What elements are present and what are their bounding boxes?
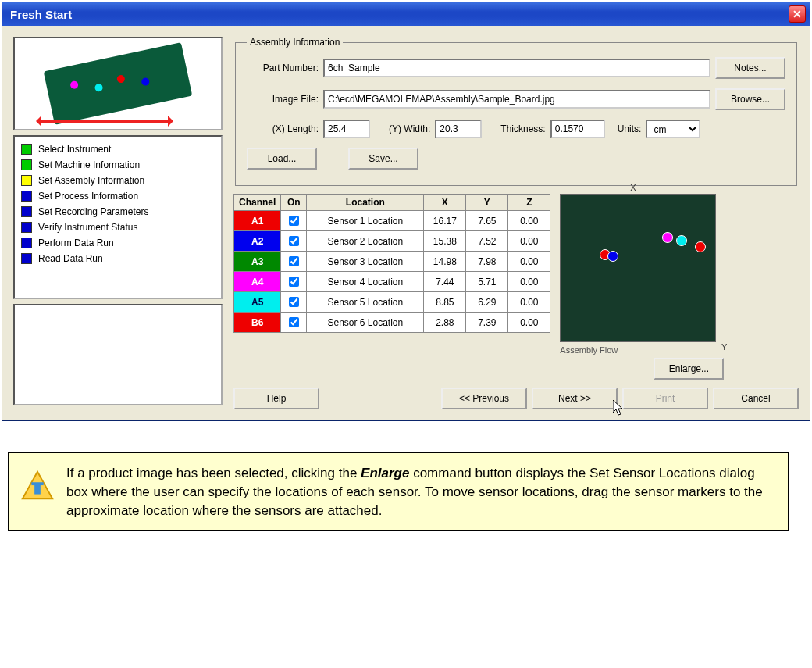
on-cell[interactable] <box>281 313 307 333</box>
enlarge-button[interactable]: Enlarge... <box>654 358 724 380</box>
x-length-input[interactable] <box>323 120 370 138</box>
step-status-icon <box>21 222 32 233</box>
marker-a5[interactable] <box>676 235 687 246</box>
x-cell[interactable]: 14.98 <box>424 252 466 272</box>
x-cell[interactable]: 15.38 <box>424 231 466 252</box>
next-button[interactable]: Next >> <box>532 388 618 409</box>
on-cell[interactable] <box>281 211 307 231</box>
y-width-input[interactable] <box>435 120 482 138</box>
step-status-icon <box>21 253 32 264</box>
location-cell[interactable]: Sensor 3 Location <box>307 252 424 272</box>
on-checkbox[interactable] <box>289 216 299 226</box>
help-button[interactable]: Help <box>233 388 319 409</box>
table-row[interactable]: A3 Sensor 3 Location 14.98 7.98 0.00 <box>234 252 550 272</box>
on-cell[interactable] <box>281 272 307 292</box>
step-item[interactable]: Read Data Run <box>20 251 216 266</box>
on-checkbox[interactable] <box>289 236 299 246</box>
thickness-label: Thickness: <box>500 123 545 134</box>
units-label: Units: <box>618 123 642 134</box>
z-cell[interactable]: 0.00 <box>508 231 550 252</box>
step-status-icon <box>21 238 32 248</box>
step-status-icon <box>21 159 32 170</box>
step-item[interactable]: Set Machine Information <box>20 157 216 173</box>
step-item[interactable]: Set Recording Parameters <box>20 204 216 220</box>
on-checkbox[interactable] <box>289 317 299 327</box>
table-row[interactable]: A5 Sensor 5 Location 8.85 6.29 0.00 <box>234 292 550 313</box>
thickness-input[interactable] <box>550 120 605 138</box>
y-axis-label: Y <box>721 342 727 352</box>
z-cell[interactable]: 0.00 <box>508 272 550 292</box>
part-number-input[interactable] <box>323 59 710 77</box>
footer-buttons: Help << Previous Next >> Print Cancel <box>233 388 799 409</box>
x-axis-label: X <box>630 183 636 192</box>
y-cell[interactable]: 7.39 <box>466 313 508 333</box>
on-checkbox[interactable] <box>289 297 299 307</box>
step-item[interactable]: Verify Instrument Status <box>20 220 216 235</box>
location-cell[interactable]: Sensor 1 Location <box>307 211 424 231</box>
th-y: Y <box>466 195 508 211</box>
location-cell[interactable]: Sensor 4 Location <box>307 272 424 292</box>
y-cell[interactable]: 7.52 <box>466 231 508 252</box>
notes-preview-area <box>13 304 223 405</box>
x-cell[interactable]: 2.88 <box>424 313 466 333</box>
z-cell[interactable]: 0.00 <box>508 252 550 272</box>
step-status-icon <box>21 206 32 217</box>
on-cell[interactable] <box>281 252 307 272</box>
th-on: On <box>281 195 307 211</box>
step-label: Set Machine Information <box>38 159 140 170</box>
step-item[interactable]: Set Assembly Information <box>20 173 216 188</box>
save-button[interactable]: Save... <box>348 148 418 170</box>
marker-b6[interactable] <box>695 241 706 252</box>
load-button[interactable]: Load... <box>247 148 317 170</box>
z-cell[interactable]: 0.00 <box>508 313 550 333</box>
table-row[interactable]: A2 Sensor 2 Location 15.38 7.52 0.00 <box>234 231 550 252</box>
board-preview <box>13 37 223 130</box>
x-cell[interactable]: 7.44 <box>424 272 466 292</box>
location-cell[interactable]: Sensor 5 Location <box>307 292 424 313</box>
location-cell[interactable]: Sensor 2 Location <box>307 231 424 252</box>
on-cell[interactable] <box>281 231 307 252</box>
on-checkbox[interactable] <box>289 277 299 287</box>
svg-rect-1 <box>31 482 43 485</box>
table-row[interactable]: A4 Sensor 4 Location 7.44 5.71 0.00 <box>234 272 550 292</box>
cancel-button[interactable]: Cancel <box>713 388 799 409</box>
table-row[interactable]: A1 Sensor 1 Location 16.17 7.65 0.00 <box>234 211 550 231</box>
channel-cell: A3 <box>234 252 281 272</box>
z-cell[interactable]: 0.00 <box>508 292 550 313</box>
window-title: Fresh Start <box>10 8 72 21</box>
marker-a2[interactable] <box>607 251 618 262</box>
print-button[interactable]: Print <box>622 388 708 409</box>
assembly-legend: Assembly Information <box>247 37 343 48</box>
x-cell[interactable]: 8.85 <box>424 292 466 313</box>
notes-button[interactable]: Notes... <box>715 57 785 79</box>
table-row[interactable]: B6 Sensor 6 Location 2.88 7.39 0.00 <box>234 313 550 333</box>
assembly-board[interactable] <box>560 194 716 342</box>
browse-button[interactable]: Browse... <box>715 88 785 110</box>
z-cell[interactable]: 0.00 <box>508 211 550 231</box>
image-file-input[interactable] <box>323 90 710 109</box>
x-length-label: (X) Length: <box>247 123 319 134</box>
step-item[interactable]: Set Process Information <box>20 188 216 204</box>
on-checkbox[interactable] <box>289 256 299 266</box>
y-cell[interactable]: 7.65 <box>466 211 508 231</box>
th-location: Location <box>307 195 424 211</box>
y-cell[interactable]: 5.71 <box>466 272 508 292</box>
marker-a4[interactable] <box>662 232 673 243</box>
x-cell[interactable]: 16.17 <box>424 211 466 231</box>
right-pane: Assembly Information Part Number: Notes.… <box>233 37 799 409</box>
th-z: Z <box>508 195 550 211</box>
on-cell[interactable] <box>281 292 307 313</box>
channel-cell: A5 <box>234 292 281 313</box>
channel-cell: A1 <box>234 211 281 231</box>
y-cell[interactable]: 7.98 <box>466 252 508 272</box>
step-item[interactable]: Perform Data Run <box>20 235 216 251</box>
close-button[interactable]: ✕ <box>789 5 806 23</box>
y-cell[interactable]: 6.29 <box>466 292 508 313</box>
image-file-label: Image File: <box>247 94 319 105</box>
units-select[interactable]: cm <box>646 120 700 138</box>
step-item[interactable]: Select Instrument <box>20 141 216 157</box>
location-cell[interactable]: Sensor 6 Location <box>307 313 424 333</box>
step-label: Set Recording Parameters <box>38 206 148 217</box>
previous-button[interactable]: << Previous <box>441 388 527 409</box>
board-view: X Y Assembly Flow Enlarge... <box>560 194 724 380</box>
